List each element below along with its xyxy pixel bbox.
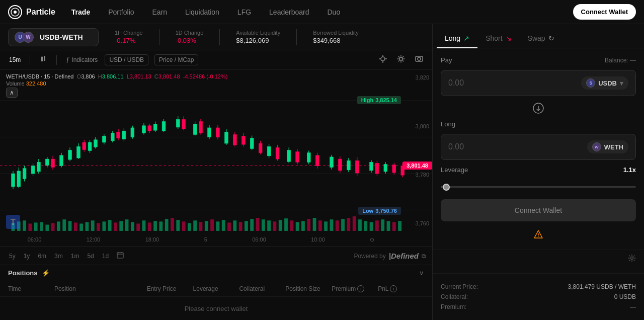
time-0600-1: 06:00 xyxy=(28,236,42,243)
price-mcap-selector[interactable]: Price / MCap xyxy=(154,54,198,65)
stat-1d-change: 1D Change -0.03% xyxy=(176,30,204,44)
tf-3m[interactable]: 3m xyxy=(51,251,66,261)
svg-point-6 xyxy=(381,57,385,61)
pay-header-row: Pay Balance: — xyxy=(441,56,636,64)
nav-portfolio[interactable]: Portfolio xyxy=(104,6,138,18)
trade-settings-icon[interactable] xyxy=(628,254,636,264)
chart-open: 3,806 xyxy=(81,73,95,79)
svg-rect-133 xyxy=(114,222,117,231)
svg-rect-140 xyxy=(153,221,157,231)
tf-5d[interactable]: 5d xyxy=(84,251,97,261)
settings-row xyxy=(433,250,644,268)
long-header-row: Long xyxy=(441,120,636,128)
crosshair-btn[interactable] xyxy=(376,53,390,66)
col-collateral: Collateral xyxy=(239,285,285,292)
positions-panel: Positions ⚡ ∨ Time Position Entry Price … xyxy=(0,265,432,320)
timeframe-btn[interactable]: 15m xyxy=(6,55,24,65)
connect-wallet-nav-button[interactable]: Connect Wallet xyxy=(573,4,636,20)
tf-calendar[interactable] xyxy=(114,251,127,261)
pay-input-box[interactable]: 0.00 $ USDB ▾ xyxy=(441,70,636,96)
col-entry: Entry Price xyxy=(147,285,193,292)
svg-rect-182 xyxy=(392,222,396,231)
short-label: Short xyxy=(486,34,502,42)
tf-1m[interactable]: 1m xyxy=(68,251,83,261)
time-1800: 18:00 xyxy=(145,236,159,243)
svg-rect-186 xyxy=(117,253,123,258)
powered-by-text: Powered by xyxy=(354,253,385,260)
svg-rect-165 xyxy=(296,222,299,231)
tab-swap[interactable]: Swap ↻ xyxy=(520,29,562,48)
logo-icon xyxy=(8,5,22,19)
tf-1d[interactable]: 1d xyxy=(99,251,112,261)
settings-chart-btn[interactable] xyxy=(394,53,408,66)
time-1200: 12:00 xyxy=(87,236,101,243)
connect-wallet-form-button[interactable]: Connect Wallet xyxy=(441,199,636,221)
nav-trade[interactable]: Trade xyxy=(67,6,94,18)
left-panel: U W USDB-WETH 1H Change -0.17% 1D Change… xyxy=(0,24,433,320)
svg-rect-119 xyxy=(34,222,38,231)
powered-by-brand: |Defined xyxy=(389,252,419,260)
long-token-label: WETH xyxy=(604,143,623,151)
svg-rect-139 xyxy=(148,222,151,231)
balance-label: Balance: — xyxy=(605,57,636,64)
tab-long[interactable]: Long ↗ xyxy=(437,29,477,48)
tab-short[interactable]: Short ↘ xyxy=(477,29,519,48)
stat-borrowed-liq: Borrowed Liquidity $349,668 xyxy=(313,30,359,44)
svg-rect-132 xyxy=(108,220,112,231)
collateral-stat-label: Collateral: xyxy=(441,293,468,300)
stat-divider-2 xyxy=(219,29,220,45)
svg-point-13 xyxy=(418,57,421,60)
stat-current-price: Current Price: 3,801.479 USDB / WETH xyxy=(441,282,636,292)
chart-low: 3,801.13 xyxy=(130,73,151,79)
toolbar-sep-2 xyxy=(56,55,57,65)
svg-rect-160 xyxy=(267,220,271,231)
pay-token-chevron: ▾ xyxy=(620,79,623,87)
positions-columns: Time Position Entry Price Leverage Colla… xyxy=(0,281,432,297)
price-mode-selector[interactable]: USD / USDB xyxy=(105,54,148,65)
usdb-pay-icon: $ xyxy=(586,78,595,88)
positions-collapse-icon[interactable]: ∨ xyxy=(419,269,424,277)
svg-rect-130 xyxy=(97,223,100,231)
svg-rect-148 xyxy=(199,222,203,231)
svg-rect-123 xyxy=(57,221,60,231)
collateral-stat-value: 0 USDB xyxy=(614,293,636,300)
pair-selector[interactable]: U W USDB-WETH xyxy=(8,28,99,46)
pay-token-selector[interactable]: $ USDB ▾ xyxy=(581,76,628,90)
logo-text: Particle xyxy=(26,8,55,17)
svg-rect-161 xyxy=(273,221,277,231)
screenshot-btn[interactable] xyxy=(412,53,426,66)
main-content: U W USDB-WETH 1H Change -0.17% 1D Change… xyxy=(0,24,644,320)
external-link-icon[interactable]: ⧉ xyxy=(422,253,426,260)
time-nav-icon[interactable]: ⊙ xyxy=(370,236,374,243)
price-axis-3760: 3,760 xyxy=(405,220,429,226)
svg-rect-168 xyxy=(313,218,316,231)
nav-earn[interactable]: Earn xyxy=(148,6,172,18)
svg-rect-142 xyxy=(165,219,169,231)
svg-rect-117 xyxy=(23,220,26,231)
tf-1y[interactable]: 1y xyxy=(21,251,33,261)
stat-divider-3 xyxy=(296,29,297,45)
chart-high: 3,806.11 xyxy=(102,73,124,79)
time-5: 5 xyxy=(204,236,207,243)
chart-pair-tf: WETH/USDB · 15 · Defined xyxy=(6,73,75,79)
svg-point-193 xyxy=(631,257,633,260)
nav-liquidation[interactable]: Liquidation xyxy=(181,6,223,18)
low-value: 3,750.76 xyxy=(375,208,397,214)
indicators-btn[interactable]: ƒ Indicators xyxy=(63,54,101,65)
leverage-slider[interactable] xyxy=(441,186,636,188)
svg-rect-170 xyxy=(324,221,328,231)
long-input-box[interactable]: 0.00 W WETH xyxy=(441,134,636,160)
weth-icon: W xyxy=(23,32,34,43)
nav-lfg[interactable]: LFG xyxy=(233,6,255,18)
premium-info-icon: i xyxy=(357,285,364,292)
tf-5y[interactable]: 5y xyxy=(6,251,19,261)
nav-duo[interactable]: Duo xyxy=(323,6,344,18)
candle-type-btn[interactable] xyxy=(36,53,50,66)
col-possize: Position Size xyxy=(285,285,332,292)
swap-direction-icon[interactable] xyxy=(441,102,636,114)
tf-6m[interactable]: 6m xyxy=(35,251,49,261)
low-price-label: Low 3,750.76 xyxy=(358,207,401,215)
nav-leaderboard[interactable]: Leaderboard xyxy=(265,6,313,18)
long-token-selector[interactable]: W WETH xyxy=(587,140,628,153)
svg-rect-144 xyxy=(176,220,180,231)
